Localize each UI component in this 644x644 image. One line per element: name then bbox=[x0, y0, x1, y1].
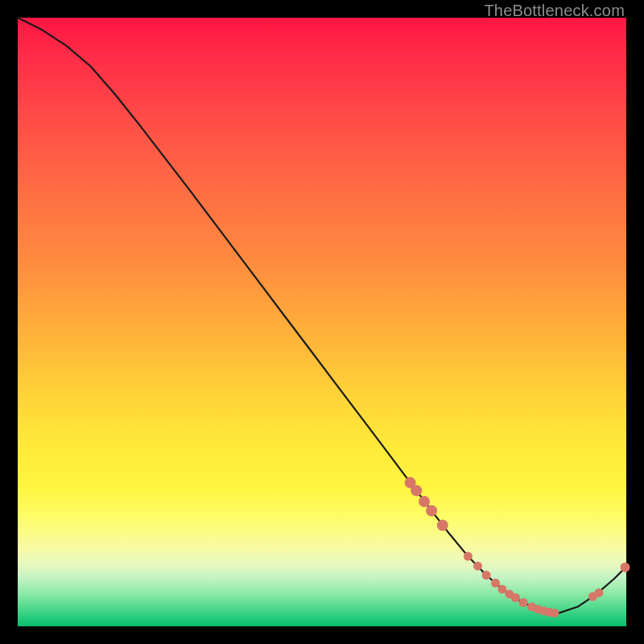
highlight-point bbox=[464, 552, 473, 561]
highlight-point bbox=[482, 571, 491, 580]
highlight-point bbox=[511, 593, 520, 602]
watermark-text: TheBottleneck.com bbox=[484, 2, 625, 20]
highlight-points bbox=[405, 477, 630, 617]
bottleneck-curve bbox=[18, 18, 626, 613]
highlight-point bbox=[426, 505, 437, 516]
chart-plot-area bbox=[18, 18, 626, 626]
highlight-point bbox=[595, 588, 604, 597]
highlight-point bbox=[491, 579, 500, 588]
highlight-point bbox=[419, 496, 430, 507]
highlight-point bbox=[519, 598, 528, 607]
highlight-point bbox=[621, 563, 630, 572]
highlight-point bbox=[497, 584, 506, 593]
highlight-point bbox=[473, 562, 482, 571]
chart-svg bbox=[18, 18, 626, 626]
chart-frame: TheBottleneck.com bbox=[0, 0, 644, 644]
highlight-point bbox=[437, 520, 448, 531]
highlight-point bbox=[411, 485, 422, 496]
highlight-point bbox=[550, 609, 559, 617]
